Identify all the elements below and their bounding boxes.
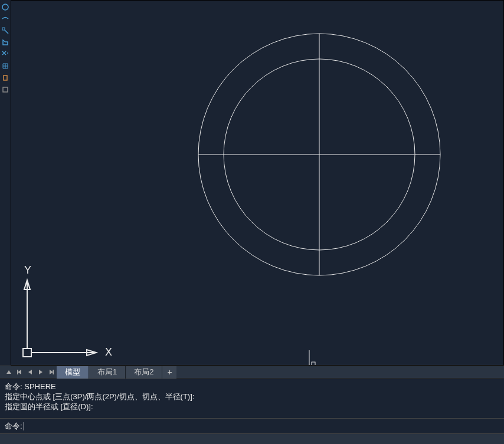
tab-nav-last[interactable]	[47, 367, 56, 377]
tool-icon-e[interactable]	[1, 50, 10, 59]
tool-icon-f[interactable]	[1, 61, 10, 71]
svg-point-0	[2, 4, 8, 10]
svg-rect-14	[17, 370, 18, 374]
history-line-2: 指定中心点或 [三点(3P)/两点(2P)/切点、切点、半径(T)]:	[5, 392, 499, 402]
tab-bar: 模型 布局1 布局2 +	[0, 366, 504, 379]
ucs-y-label: Y	[24, 264, 31, 276]
status-bar	[0, 433, 504, 444]
tool-icon-b[interactable]	[1, 14, 10, 24]
tab-model[interactable]: 模型	[57, 366, 89, 379]
tool-icon-h[interactable]	[1, 85, 10, 94]
left-toolbar	[0, 0, 11, 364]
svg-rect-2	[4, 75, 7, 80]
svg-marker-12	[6, 370, 11, 374]
tab-nav-first[interactable]	[15, 367, 24, 377]
svg-rect-4	[23, 348, 31, 357]
tab-add-button[interactable]: +	[162, 366, 176, 379]
svg-marker-17	[50, 370, 53, 374]
svg-rect-11	[312, 362, 315, 365]
tool-icon-d[interactable]	[1, 38, 10, 47]
tool-icon-c[interactable]	[1, 26, 10, 35]
drawing-viewport[interactable]: Y X	[11, 0, 504, 366]
tab-nav-up[interactable]	[4, 367, 14, 377]
drawing-canvas: Y X	[11, 1, 503, 365]
history-line-3: 指定圆的半径或 [直径(D)]:	[5, 402, 499, 412]
svg-rect-3	[3, 87, 8, 92]
svg-marker-13	[18, 370, 21, 374]
tab-layout2[interactable]: 布局2	[126, 366, 162, 379]
tab-layout1[interactable]: 布局1	[89, 366, 126, 379]
command-prompt: 命令:	[5, 421, 22, 432]
ucs-x-label: X	[105, 346, 112, 358]
ucs-icon: Y X	[23, 264, 112, 358]
tab-nav-next[interactable]	[36, 367, 45, 377]
svg-rect-1	[2, 28, 5, 30]
tool-icon-g[interactable]	[1, 73, 10, 83]
center-marker	[284, 350, 341, 365]
text-cursor	[24, 422, 24, 430]
tool-icon-a[interactable]	[1, 2, 10, 12]
svg-marker-15	[28, 370, 32, 374]
svg-marker-16	[39, 370, 42, 374]
history-line-1: 命令: SPHERE	[5, 381, 499, 392]
svg-rect-18	[53, 370, 54, 374]
command-line[interactable]: 命令:	[0, 418, 504, 433]
tab-nav-prev[interactable]	[25, 367, 35, 377]
command-history: 命令: SPHERE 指定中心点或 [三点(3P)/两点(2P)/切点、切点、半…	[0, 379, 504, 418]
tab-navigation	[0, 367, 57, 377]
